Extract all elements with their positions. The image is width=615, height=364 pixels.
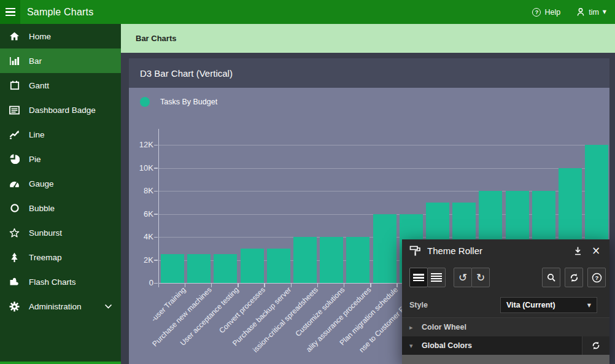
sidebar-item-label: Pie — [29, 155, 41, 164]
download-icon[interactable] — [571, 245, 584, 257]
y-axis-tick — [154, 191, 158, 192]
gear-icon — [9, 301, 20, 312]
bar[interactable] — [346, 237, 369, 283]
style-dropdown[interactable]: Vita (Current) ▼ — [500, 297, 597, 313]
sidebar-item-label: Treemap — [29, 253, 62, 262]
home-icon — [9, 31, 20, 42]
sidebar: HomeBarGanttDashboard BadgeLinePieGaugeB… — [0, 24, 121, 364]
y-axis-tick — [154, 214, 158, 215]
x-axis-tick — [344, 283, 345, 287]
chart-panel-title: D3 Bar Chart (Vertical) — [140, 68, 233, 79]
bar[interactable] — [320, 237, 343, 283]
question-circle-icon: ? — [532, 8, 541, 17]
section-global-colors[interactable]: ▾ Global Colors — [402, 336, 609, 355]
sidebar-item-label: Dashboard Badge — [29, 106, 96, 115]
x-axis-tick — [370, 283, 371, 287]
help-label: Help — [544, 8, 560, 17]
sidebar-item-flash-charts[interactable]: Flash Charts — [0, 269, 121, 294]
person-icon — [576, 7, 585, 17]
y-axis-tick-label: 8K — [129, 186, 153, 195]
bar[interactable] — [373, 214, 396, 284]
page-title: Bar Charts — [136, 34, 176, 43]
bar-chart-icon — [9, 56, 20, 66]
sidebar-item-administration[interactable]: Administration — [0, 294, 121, 319]
top-bar: Sample Charts ? Help tim ▼ — [0, 0, 615, 24]
sidebar-item-treemap[interactable]: Treemap — [0, 245, 121, 269]
bar[interactable] — [187, 254, 211, 283]
legend-marker — [140, 97, 150, 107]
section-color-wheel[interactable]: ▸ Color Wheel — [402, 317, 609, 336]
sidebar-item-dashboard-badge[interactable]: Dashboard Badge — [0, 98, 121, 122]
y-axis-tick — [154, 168, 158, 169]
section-label: Color Wheel — [422, 323, 466, 331]
treemap-icon — [9, 252, 20, 263]
y-axis-tick — [154, 237, 158, 238]
bar[interactable] — [241, 249, 264, 283]
sidebar-item-label: Administration — [29, 302, 82, 311]
sync-icon[interactable] — [565, 268, 583, 287]
bar[interactable] — [214, 254, 237, 283]
bar[interactable] — [293, 237, 317, 283]
sidebar-item-line[interactable]: Line — [0, 122, 121, 147]
line-chart-icon — [9, 130, 20, 140]
gridline — [158, 145, 606, 145]
sidebar-item-home[interactable]: Home — [0, 24, 121, 48]
sidebar-item-label: Gantt — [29, 81, 49, 90]
x-axis-tick — [185, 283, 186, 287]
help-circle-icon[interactable]: ? — [587, 268, 606, 287]
theme-roller-header: Theme Roller × — [402, 239, 609, 262]
close-icon[interactable]: × — [590, 245, 602, 257]
style-row: Style Vita (Current) ▼ — [402, 293, 609, 317]
sidebar-item-gauge[interactable]: Gauge — [0, 171, 121, 196]
x-axis-tick — [317, 283, 319, 287]
chevron-down-icon: ▾ — [409, 342, 416, 350]
user-menu[interactable]: tim ▼ — [576, 7, 606, 17]
gauge-icon — [9, 179, 20, 189]
chart-legend[interactable]: Tasks By Budget — [140, 97, 217, 107]
gridline — [158, 168, 606, 169]
redo-icon[interactable]: ↻ — [471, 268, 490, 287]
sidebar-item-bar[interactable]: Bar — [0, 48, 121, 73]
chevron-right-icon: ▸ — [409, 323, 416, 331]
sidebar-item-label: Sunburst — [29, 228, 62, 238]
sync-icon[interactable] — [582, 336, 609, 355]
style-label: Style — [409, 301, 428, 309]
puzzle-icon — [9, 277, 20, 287]
hamburger-icon[interactable] — [0, 0, 20, 24]
help-button[interactable]: ? Help — [532, 8, 560, 17]
calendar-icon — [9, 80, 20, 91]
sidebar-item-label: Bubble — [29, 204, 55, 213]
undo-icon[interactable]: ↺ — [454, 268, 472, 287]
sidebar-item-label: Gauge — [29, 179, 54, 188]
dashboard-badge-icon — [9, 105, 20, 115]
sidebar-item-label: Line — [29, 130, 45, 139]
sidebar-item-pie[interactable]: Pie — [0, 147, 121, 171]
app-title: Sample Charts — [27, 7, 93, 18]
sidebar-item-bubble[interactable]: Bubble — [0, 196, 121, 220]
x-axis-tick — [211, 283, 212, 287]
y-axis-tick-label: 0 — [129, 278, 153, 287]
y-axis-tick — [154, 283, 158, 284]
search-icon[interactable] — [542, 268, 560, 287]
x-axis-tick — [158, 283, 160, 287]
section-label: Global Colors — [422, 341, 472, 350]
paint-roller-icon — [409, 245, 421, 257]
y-axis-tick — [154, 260, 158, 261]
spread-list-icon[interactable] — [427, 268, 446, 287]
x-axis-tick — [291, 283, 292, 287]
y-axis-tick-label: 2K — [129, 255, 153, 265]
chevron-down-icon — [104, 304, 112, 309]
bar[interactable] — [267, 249, 290, 283]
app-window: Sample Charts ? Help tim ▼ HomeBarGanttD… — [0, 0, 615, 364]
sidebar-item-gantt[interactable]: Gantt — [0, 73, 121, 98]
sidebar-item-label: Flash Charts — [29, 277, 76, 287]
bar[interactable] — [161, 254, 184, 283]
y-axis-tick — [154, 145, 158, 146]
legend-label: Tasks By Budget — [160, 98, 217, 106]
x-axis-label: Convert processes — [217, 285, 267, 335]
sunburst-icon — [9, 228, 20, 238]
breadcrumb: Bar Charts — [121, 24, 615, 53]
sidebar-item-sunburst[interactable]: Sunburst — [0, 220, 121, 245]
compact-list-icon[interactable] — [409, 268, 428, 287]
y-axis-tick-label: 6K — [129, 209, 153, 219]
